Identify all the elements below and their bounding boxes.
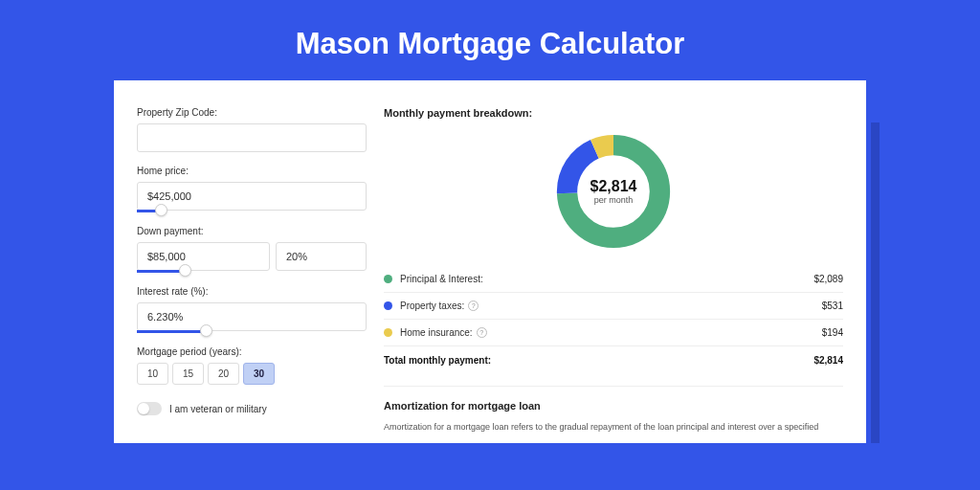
legend-value: $194 bbox=[822, 327, 843, 338]
legend-value: $531 bbox=[822, 301, 843, 311]
donut-center: $2,814 per month bbox=[552, 130, 675, 253]
dot-icon bbox=[384, 275, 392, 283]
rate-input[interactable] bbox=[137, 302, 367, 331]
legend-value: $2,089 bbox=[813, 274, 843, 284]
donut-sub: per month bbox=[594, 195, 634, 205]
slider-thumb-icon[interactable] bbox=[200, 324, 212, 337]
inputs-panel: Property Zip Code: Home price: Down paym… bbox=[137, 107, 367, 434]
amortization-section: Amortization for mortgage loan Amortizat… bbox=[384, 386, 843, 434]
slider-thumb-icon[interactable] bbox=[179, 264, 191, 277]
total-row: Total monthly payment: $2,814 bbox=[384, 346, 843, 374]
donut-chart: $2,814 per month bbox=[384, 126, 843, 266]
page-title: Mason Mortgage Calculator bbox=[109, 0, 871, 80]
legend-label: Home insurance: ? bbox=[400, 327, 822, 338]
veteran-row: I am veteran or military bbox=[137, 402, 367, 415]
price-label: Home price: bbox=[137, 166, 367, 176]
down-slider[interactable] bbox=[137, 270, 185, 273]
help-icon[interactable]: ? bbox=[468, 301, 479, 311]
legend-label: Property taxes: ? bbox=[400, 301, 822, 311]
period-button-20[interactable]: 20 bbox=[208, 363, 239, 385]
period-label: Mortgage period (years): bbox=[137, 346, 367, 357]
dot-icon bbox=[384, 328, 392, 337]
zip-field: Property Zip Code: bbox=[137, 107, 367, 152]
breakdown-heading: Monthly payment breakdown: bbox=[384, 107, 843, 119]
legend-row-taxes: Property taxes: ? $531 bbox=[384, 293, 843, 320]
price-input[interactable] bbox=[137, 182, 367, 211]
rate-label: Interest rate (%): bbox=[137, 286, 367, 297]
help-icon[interactable]: ? bbox=[477, 327, 487, 338]
dot-icon bbox=[384, 301, 392, 310]
down-field: Down payment: bbox=[137, 226, 367, 273]
down-label: Down payment: bbox=[137, 226, 367, 236]
period-button-30[interactable]: 30 bbox=[243, 363, 275, 385]
veteran-label: I am veteran or military bbox=[169, 404, 267, 414]
donut-amount: $2,814 bbox=[590, 178, 637, 195]
veteran-toggle[interactable] bbox=[137, 402, 162, 415]
decorative-shadow bbox=[871, 122, 880, 443]
period-button-15[interactable]: 15 bbox=[172, 363, 204, 385]
calculator-card: Property Zip Code: Home price: Down paym… bbox=[114, 80, 866, 443]
app-frame: Mason Mortgage Calculator Property Zip C… bbox=[109, 0, 871, 443]
price-slider[interactable] bbox=[137, 210, 161, 212]
amortization-heading: Amortization for mortgage loan bbox=[384, 400, 843, 412]
rate-field: Interest rate (%): bbox=[137, 286, 367, 333]
period-field: Mortgage period (years): 10 15 20 30 bbox=[137, 346, 367, 385]
period-options: 10 15 20 30 bbox=[137, 363, 367, 385]
period-button-10[interactable]: 10 bbox=[137, 363, 168, 385]
results-panel: Monthly payment breakdown: $2,814 per mo… bbox=[384, 107, 843, 434]
total-label: Total monthly payment: bbox=[384, 355, 813, 366]
zip-label: Property Zip Code: bbox=[137, 107, 367, 118]
down-percent-input[interactable] bbox=[276, 242, 367, 271]
legend-label: Principal & Interest: bbox=[400, 274, 813, 284]
zip-input[interactable] bbox=[137, 123, 367, 152]
legend-row-insurance: Home insurance: ? $194 bbox=[384, 320, 843, 346]
rate-slider[interactable] bbox=[137, 330, 206, 333]
down-amount-input[interactable] bbox=[137, 242, 270, 271]
price-field: Home price: bbox=[137, 166, 367, 212]
total-value: $2,814 bbox=[813, 355, 843, 366]
amortization-text: Amortization for a mortgage loan refers … bbox=[384, 421, 843, 434]
slider-thumb-icon[interactable] bbox=[155, 204, 167, 216]
legend-row-principal: Principal & Interest: $2,089 bbox=[384, 266, 843, 293]
